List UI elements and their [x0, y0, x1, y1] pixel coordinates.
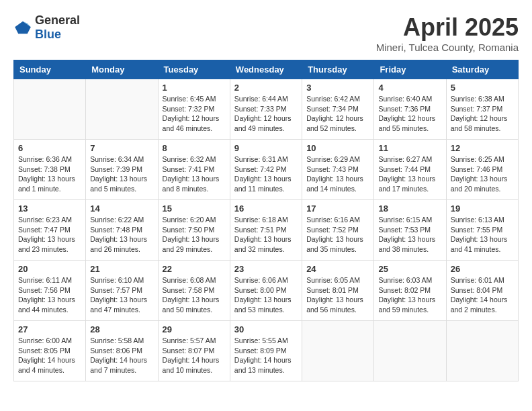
calendar-cell: 5Sunrise: 6:38 AM Sunset: 7:37 PM Daylig… [446, 79, 518, 140]
cell-details: Sunrise: 6:03 AM Sunset: 8:02 PM Dayligh… [378, 275, 441, 315]
day-number: 16 [234, 203, 298, 214]
day-number: 5 [451, 83, 514, 93]
logo-blue-text: Blue [35, 28, 61, 41]
day-number: 1 [163, 83, 226, 93]
cell-details: Sunrise: 6:22 AM Sunset: 7:48 PM Dayligh… [90, 215, 153, 255]
calendar-cell: 3Sunrise: 6:42 AM Sunset: 7:34 PM Daylig… [302, 79, 374, 140]
day-number: 7 [90, 143, 153, 153]
cell-details: Sunrise: 6:18 AM Sunset: 7:51 PM Dayligh… [234, 215, 298, 255]
day-number: 22 [163, 264, 226, 274]
cell-details: Sunrise: 6:10 AM Sunset: 7:57 PM Dayligh… [90, 275, 153, 315]
cell-details: Sunrise: 6:23 AM Sunset: 7:47 PM Dayligh… [18, 215, 81, 255]
calendar-table: SundayMondayTuesdayWednesdayThursdayFrid… [13, 60, 519, 381]
calendar-cell: 18Sunrise: 6:15 AM Sunset: 7:53 PM Dayli… [374, 200, 446, 261]
day-number: 10 [306, 143, 369, 153]
calendar-cell: 13Sunrise: 6:23 AM Sunset: 7:47 PM Dayli… [14, 200, 86, 261]
calendar-cell [446, 321, 518, 381]
calendar-cell [302, 321, 374, 381]
weekday-header-tuesday: Tuesday [158, 60, 230, 79]
cell-details: Sunrise: 6:01 AM Sunset: 8:04 PM Dayligh… [451, 275, 514, 315]
cell-details: Sunrise: 6:00 AM Sunset: 8:05 PM Dayligh… [18, 336, 81, 375]
cell-details: Sunrise: 6:06 AM Sunset: 8:00 PM Dayligh… [234, 275, 298, 315]
calendar-cell: 16Sunrise: 6:18 AM Sunset: 7:51 PM Dayli… [230, 200, 302, 261]
weekday-header-thursday: Thursday [302, 60, 374, 79]
weekday-header-monday: Monday [86, 60, 158, 79]
calendar-cell: 1Sunrise: 6:45 AM Sunset: 7:32 PM Daylig… [158, 79, 230, 140]
calendar-cell: 9Sunrise: 6:31 AM Sunset: 7:42 PM Daylig… [230, 140, 302, 200]
calendar-cell: 27Sunrise: 6:00 AM Sunset: 8:05 PM Dayli… [14, 321, 86, 381]
cell-details: Sunrise: 6:16 AM Sunset: 7:52 PM Dayligh… [306, 215, 369, 255]
calendar-cell: 7Sunrise: 6:34 AM Sunset: 7:39 PM Daylig… [86, 140, 158, 200]
day-number: 11 [378, 143, 441, 153]
day-number: 6 [18, 143, 81, 153]
weekday-header-wednesday: Wednesday [230, 60, 302, 79]
cell-details: Sunrise: 6:29 AM Sunset: 7:43 PM Dayligh… [306, 154, 369, 194]
day-number: 17 [306, 203, 369, 214]
calendar-cell: 23Sunrise: 6:06 AM Sunset: 8:00 PM Dayli… [230, 261, 302, 321]
calendar-cell: 17Sunrise: 6:16 AM Sunset: 7:52 PM Dayli… [302, 200, 374, 261]
cell-details: Sunrise: 6:42 AM Sunset: 7:34 PM Dayligh… [306, 94, 369, 134]
cell-details: Sunrise: 6:05 AM Sunset: 8:01 PM Dayligh… [306, 275, 369, 315]
cell-details: Sunrise: 6:27 AM Sunset: 7:44 PM Dayligh… [378, 154, 441, 194]
day-number: 20 [18, 264, 81, 274]
calendar-cell: 20Sunrise: 6:11 AM Sunset: 7:56 PM Dayli… [14, 261, 86, 321]
cell-details: Sunrise: 5:57 AM Sunset: 8:07 PM Dayligh… [163, 336, 226, 375]
weekday-header-saturday: Saturday [446, 60, 518, 79]
cell-details: Sunrise: 6:20 AM Sunset: 7:50 PM Dayligh… [163, 215, 226, 255]
logo: General Blue [13, 13, 80, 42]
day-number: 2 [234, 83, 298, 93]
calendar-cell [86, 79, 158, 140]
cell-details: Sunrise: 6:08 AM Sunset: 7:58 PM Dayligh… [163, 275, 226, 315]
day-number: 14 [90, 203, 153, 214]
day-number: 23 [234, 264, 298, 274]
day-number: 25 [378, 264, 441, 274]
calendar-cell: 8Sunrise: 6:32 AM Sunset: 7:41 PM Daylig… [158, 140, 230, 200]
day-number: 24 [306, 264, 369, 274]
day-number: 29 [163, 324, 226, 334]
day-number: 8 [163, 143, 226, 153]
day-number: 18 [378, 203, 441, 214]
calendar-cell: 4Sunrise: 6:40 AM Sunset: 7:36 PM Daylig… [374, 79, 446, 140]
calendar-cell [14, 79, 86, 140]
calendar-cell: 12Sunrise: 6:25 AM Sunset: 7:46 PM Dayli… [446, 140, 518, 200]
cell-details: Sunrise: 6:45 AM Sunset: 7:32 PM Dayligh… [163, 94, 226, 134]
calendar-cell: 21Sunrise: 6:10 AM Sunset: 7:57 PM Dayli… [86, 261, 158, 321]
calendar-cell: 22Sunrise: 6:08 AM Sunset: 7:58 PM Dayli… [158, 261, 230, 321]
calendar-cell: 2Sunrise: 6:44 AM Sunset: 7:33 PM Daylig… [230, 79, 302, 140]
day-number: 4 [378, 83, 441, 93]
day-number: 19 [451, 203, 514, 214]
day-number: 21 [90, 264, 153, 274]
day-number: 28 [90, 324, 153, 334]
day-number: 3 [306, 83, 369, 93]
cell-details: Sunrise: 6:13 AM Sunset: 7:55 PM Dayligh… [451, 215, 514, 255]
cell-details: Sunrise: 6:11 AM Sunset: 7:56 PM Dayligh… [18, 275, 81, 315]
calendar-cell: 30Sunrise: 5:55 AM Sunset: 8:09 PM Dayli… [230, 321, 302, 381]
day-number: 26 [451, 264, 514, 274]
calendar-week-row: 27Sunrise: 6:00 AM Sunset: 8:05 PM Dayli… [14, 321, 519, 381]
cell-details: Sunrise: 6:31 AM Sunset: 7:42 PM Dayligh… [234, 154, 298, 194]
calendar-cell: 6Sunrise: 6:36 AM Sunset: 7:38 PM Daylig… [14, 140, 86, 200]
calendar-cell: 11Sunrise: 6:27 AM Sunset: 7:44 PM Dayli… [374, 140, 446, 200]
calendar-cell: 29Sunrise: 5:57 AM Sunset: 8:07 PM Dayli… [158, 321, 230, 381]
calendar-cell: 24Sunrise: 6:05 AM Sunset: 8:01 PM Dayli… [302, 261, 374, 321]
cell-details: Sunrise: 6:38 AM Sunset: 7:37 PM Dayligh… [451, 94, 514, 134]
month-title: April 2025 [376, 13, 519, 42]
calendar-cell: 28Sunrise: 5:58 AM Sunset: 8:06 PM Dayli… [86, 321, 158, 381]
weekday-header-sunday: Sunday [14, 60, 86, 79]
location-subtitle: Mineri, Tulcea County, Romania [376, 42, 519, 53]
day-number: 30 [234, 324, 298, 334]
cell-details: Sunrise: 6:44 AM Sunset: 7:33 PM Dayligh… [234, 94, 298, 134]
cell-details: Sunrise: 6:34 AM Sunset: 7:39 PM Dayligh… [90, 154, 153, 194]
weekday-header-friday: Friday [374, 60, 446, 79]
cell-details: Sunrise: 6:25 AM Sunset: 7:46 PM Dayligh… [451, 154, 514, 194]
day-number: 9 [234, 143, 298, 153]
calendar-week-row: 6Sunrise: 6:36 AM Sunset: 7:38 PM Daylig… [14, 140, 519, 200]
header: General Blue April 2025 Mineri, Tulcea C… [13, 13, 519, 53]
cell-details: Sunrise: 6:36 AM Sunset: 7:38 PM Dayligh… [18, 154, 81, 194]
cell-details: Sunrise: 6:32 AM Sunset: 7:41 PM Dayligh… [163, 154, 226, 194]
calendar-cell: 25Sunrise: 6:03 AM Sunset: 8:02 PM Dayli… [374, 261, 446, 321]
calendar-cell: 10Sunrise: 6:29 AM Sunset: 7:43 PM Dayli… [302, 140, 374, 200]
title-area: April 2025 Mineri, Tulcea County, Romani… [376, 13, 519, 53]
cell-details: Sunrise: 6:15 AM Sunset: 7:53 PM Dayligh… [378, 215, 441, 255]
calendar-week-row: 1Sunrise: 6:45 AM Sunset: 7:32 PM Daylig… [14, 79, 519, 140]
